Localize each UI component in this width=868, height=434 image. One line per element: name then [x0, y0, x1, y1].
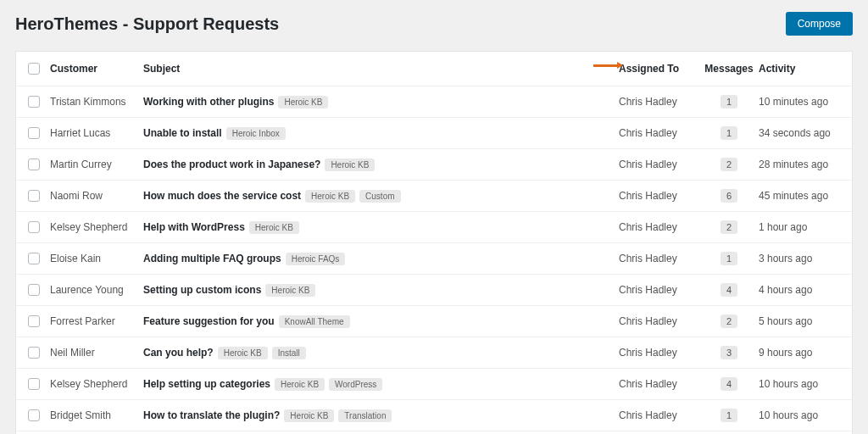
message-count-badge: 2	[721, 220, 737, 234]
messages-cell: 2	[699, 314, 759, 328]
subject-text[interactable]: How to translate the plugin?	[143, 409, 280, 421]
table-row[interactable]: Naomi RowHow much does the service costH…	[16, 181, 852, 212]
customer-name: Bridget Smith	[50, 409, 143, 421]
activity-time: 10 hours ago	[759, 378, 843, 390]
subject-cell[interactable]: How much does the service costHeroic KBC…	[143, 190, 619, 203]
subject-text[interactable]: Can you help?	[143, 347, 214, 359]
subject-cell[interactable]: Help setting up categoriesHeroic KBWordP…	[143, 378, 619, 391]
table-row[interactable]: Laurence YoungSetting up custom iconsHer…	[16, 275, 852, 306]
compose-button[interactable]: Compose	[786, 12, 853, 36]
table-row[interactable]: Kelsey ShepherdHelp setting up categorie…	[16, 369, 852, 400]
subject-cell[interactable]: Unable to installHeroic Inbox	[143, 127, 619, 140]
category-tag[interactable]: Heroic KB	[305, 190, 355, 203]
row-checkbox[interactable]	[28, 190, 40, 202]
col-header-messages[interactable]: Messages	[699, 63, 759, 75]
message-count-badge: 1	[721, 409, 737, 422]
assigned-to: Chris Hadley	[619, 409, 699, 421]
table-row[interactable]: Eloise KainAdding multiple FAQ groupsHer…	[16, 243, 852, 275]
category-tag[interactable]: Heroic KB	[275, 378, 325, 391]
subject-text[interactable]: Does the product work in Japanese?	[143, 159, 320, 170]
assigned-to: Chris Hadley	[619, 284, 699, 296]
customer-name: Forrest Parker	[50, 315, 143, 327]
row-checkbox[interactable]	[28, 409, 40, 421]
activity-time: 28 minutes ago	[759, 159, 843, 170]
category-tag[interactable]: Heroic KB	[265, 284, 315, 297]
customer-name: Tristan Kimmons	[50, 96, 143, 108]
messages-cell: 2	[699, 158, 759, 171]
category-tag[interactable]: Heroic Inbox	[226, 127, 286, 140]
category-tag[interactable]: Heroic KB	[325, 159, 375, 171]
table-row[interactable]: Harriet LucasUnable to installHeroic Inb…	[16, 118, 852, 149]
activity-time: 45 minutes ago	[759, 190, 843, 202]
activity-time: 5 hours ago	[759, 315, 843, 327]
row-checkbox[interactable]	[28, 284, 40, 296]
subject-cell[interactable]: Does the product work in Japanese?Heroic…	[143, 159, 619, 171]
messages-cell: 1	[699, 126, 759, 140]
table-row[interactable]: Tristan KimmonsWorking with other plugin…	[16, 86, 852, 118]
activity-time: 34 seconds ago	[759, 127, 843, 139]
row-checkbox[interactable]	[28, 159, 40, 170]
assigned-to: Chris Hadley	[619, 221, 699, 233]
category-tag[interactable]: Translation	[338, 409, 392, 422]
subject-text[interactable]: Adding multiple FAQ groups	[143, 253, 281, 264]
assigned-to: Chris Hadley	[619, 378, 699, 390]
subject-text[interactable]: Feature suggestion for you	[143, 315, 275, 327]
category-tag[interactable]: KnowAll Theme	[279, 315, 350, 328]
col-header-customer[interactable]: Customer	[50, 63, 143, 75]
subject-text[interactable]: Help with WordPress	[143, 221, 245, 233]
col-header-activity[interactable]: Activity	[759, 63, 843, 75]
customer-name: Martin Currey	[50, 159, 143, 170]
row-checkbox[interactable]	[28, 347, 40, 359]
category-tag[interactable]: Heroic KB	[218, 347, 268, 359]
table-row[interactable]: Neil MillerCan you help?Heroic KBInstall…	[16, 337, 852, 369]
category-tag[interactable]: Heroic KB	[249, 221, 299, 234]
message-count-badge: 2	[721, 158, 737, 171]
table-row[interactable]: Martin CurreyDoes the product work in Ja…	[16, 149, 852, 181]
col-header-assigned[interactable]: Assigned To	[619, 63, 699, 75]
table-row[interactable]: Bridget SmithHow to translate the plugin…	[16, 400, 852, 431]
subject-cell[interactable]: Working with other pluginsHeroic KB	[143, 96, 619, 108]
subject-cell[interactable]: Feature suggestion for youKnowAll Theme	[143, 315, 619, 328]
subject-text[interactable]: Unable to install	[143, 127, 222, 139]
message-count-badge: 1	[721, 126, 737, 140]
activity-time: 9 hours ago	[759, 347, 843, 359]
row-checkbox[interactable]	[28, 127, 40, 139]
subject-cell[interactable]: Setting up custom iconsHeroic KB	[143, 284, 619, 297]
customer-name: Laurence Young	[50, 284, 143, 296]
table-row[interactable]: Kelsey ShepherdHelp with WordPressHeroic…	[16, 212, 852, 243]
table-header-row: Customer Subject Assigned To Messages Ac…	[16, 52, 852, 86]
category-tag[interactable]: Install	[272, 347, 306, 359]
category-tag[interactable]: Heroic KB	[284, 409, 334, 422]
subject-text[interactable]: Setting up custom icons	[143, 284, 261, 296]
subject-text[interactable]: How much does the service cost	[143, 190, 301, 202]
row-checkbox[interactable]	[28, 221, 40, 233]
category-tag[interactable]: Heroic KB	[278, 96, 328, 108]
row-checkbox[interactable]	[28, 378, 40, 390]
subject-text[interactable]: Help setting up categories	[143, 378, 270, 390]
assigned-to: Chris Hadley	[619, 159, 699, 170]
subject-cell[interactable]: Adding multiple FAQ groupsHeroic FAQs	[143, 253, 619, 265]
subject-text[interactable]: Working with other plugins	[143, 96, 274, 108]
subject-cell[interactable]: How to translate the plugin?Heroic KBTra…	[143, 409, 619, 422]
messages-cell: 2	[699, 220, 759, 234]
category-tag[interactable]: Custom	[359, 190, 400, 203]
category-tag[interactable]: WordPress	[329, 378, 382, 391]
assigned-to: Chris Hadley	[619, 315, 699, 327]
subject-cell[interactable]: Can you help?Heroic KBInstall	[143, 347, 619, 359]
message-count-badge: 6	[721, 189, 737, 203]
messages-cell: 1	[699, 252, 759, 265]
messages-cell: 6	[699, 189, 759, 203]
subject-cell[interactable]: Help with WordPressHeroic KB	[143, 221, 619, 234]
message-count-badge: 1	[721, 95, 737, 108]
customer-name: Kelsey Shepherd	[50, 221, 143, 233]
row-checkbox[interactable]	[28, 315, 40, 327]
category-tag[interactable]: Heroic FAQs	[286, 253, 346, 265]
table-row[interactable]: Forrest ParkerFeature suggestion for you…	[16, 306, 852, 337]
assigned-to: Chris Hadley	[619, 347, 699, 359]
message-count-badge: 2	[721, 314, 737, 328]
row-checkbox[interactable]	[28, 96, 40, 108]
tickets-table: Customer Subject Assigned To Messages Ac…	[15, 51, 853, 434]
row-checkbox[interactable]	[28, 253, 40, 264]
select-all-checkbox[interactable]	[28, 63, 40, 75]
col-header-subject[interactable]: Subject	[143, 63, 619, 75]
